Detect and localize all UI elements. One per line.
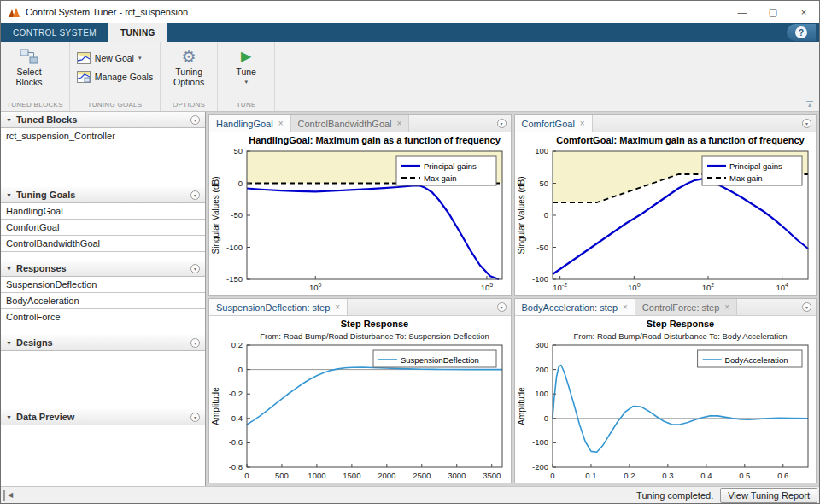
panel-body xyxy=(1,351,205,409)
svg-text:Singular Values (dB): Singular Values (dB) xyxy=(517,177,526,255)
svg-text:0: 0 xyxy=(238,179,243,188)
doc-tabbar: SuspensionDeflection: step × ▾ xyxy=(209,299,511,316)
document-bodyacceleration-step: BodyAcceleration: step × ControlForce: s… xyxy=(514,298,817,483)
svg-text:-0.6: -0.6 xyxy=(229,437,243,447)
svg-text:Principal gains: Principal gains xyxy=(424,161,477,171)
svg-text:Amplitude: Amplitude xyxy=(211,387,220,425)
doc-tab-controlforce-step[interactable]: ControlForce: step × xyxy=(636,299,737,315)
close-icon: × xyxy=(801,7,806,17)
svg-text:3000: 3000 xyxy=(448,471,466,480)
doc-tab-controlbandwidthgoal[interactable]: ControlBandwidthGoal × xyxy=(291,115,410,132)
list-item-rct-suspension-controller[interactable]: rct_suspension_Controller xyxy=(1,128,205,144)
status-message: Tuning completed. xyxy=(636,490,713,501)
svg-text:100: 100 xyxy=(535,389,548,398)
panel-body: rct_suspension_Controller xyxy=(1,128,205,187)
section-label: OPTIONS xyxy=(164,98,214,111)
svg-text:10-2: 10-2 xyxy=(553,282,567,292)
dropdown-icon: ▾ xyxy=(138,55,142,62)
list-item-controlbandwidthgoal[interactable]: ControlBandwidthGoal xyxy=(1,236,205,252)
ribbon-tab-tuning[interactable]: TUNING xyxy=(108,23,167,42)
svg-text:1000: 1000 xyxy=(308,471,325,480)
select-blocks-button[interactable]: Select Blocks xyxy=(4,44,54,98)
svg-text:-50: -50 xyxy=(536,243,548,252)
close-tab-icon[interactable]: × xyxy=(623,302,628,312)
close-button[interactable]: × xyxy=(788,1,819,23)
panel-actions-icon[interactable]: ▾ xyxy=(190,115,200,125)
section-label: TUNE xyxy=(221,98,271,111)
panel-header-tuned-blocks[interactable]: ▼ Tuned Blocks ▾ xyxy=(1,112,205,128)
list-item-suspensiondeflection[interactable]: SuspensionDeflection xyxy=(1,277,205,293)
collapse-arrow-icon: ▼ xyxy=(6,266,12,272)
list-item-comfortgoal[interactable]: ComfortGoal xyxy=(1,220,205,236)
doc-tab-bodyacceleration-step[interactable]: BodyAcceleration: step × xyxy=(515,299,636,315)
doc-actions-icon[interactable]: ▾ xyxy=(497,119,507,128)
manage-goals-button[interactable]: Manage Goals xyxy=(73,68,156,85)
svg-text:0: 0 xyxy=(238,365,243,374)
list-item-handlinggoal[interactable]: HandlingGoal xyxy=(1,203,205,220)
svg-text:Step Response: Step Response xyxy=(341,319,408,329)
close-tab-icon[interactable]: × xyxy=(397,119,402,128)
tuning-options-button[interactable]: ⚙ Tuning Options xyxy=(164,44,214,98)
tune-button[interactable]: ▶ Tune ▾ xyxy=(221,44,271,98)
panel-actions-icon[interactable]: ▾ xyxy=(190,338,200,348)
close-tab-icon[interactable]: × xyxy=(278,119,284,128)
svg-text:500: 500 xyxy=(275,471,289,480)
panel-header-responses[interactable]: ▼ Responses ▾ xyxy=(1,261,205,277)
doc-tab-label: SuspensionDeflection: step xyxy=(216,302,330,313)
svg-text:SuspensionDeflection: SuspensionDeflection xyxy=(401,355,479,365)
close-tab-icon[interactable]: × xyxy=(335,302,340,312)
collapse-toolstrip-button[interactable]: ▴ xyxy=(806,101,813,108)
doc-tab-comfortgoal[interactable]: ComfortGoal × xyxy=(515,115,593,132)
doc-actions-icon[interactable]: ▾ xyxy=(497,302,507,312)
figure-bodyacceleration-step: 00.10.20.30.40.50.63002001000-100-200Bod… xyxy=(515,316,817,483)
panel-header-tuning-goals[interactable]: ▼ Tuning Goals ▾ xyxy=(1,187,205,203)
svg-text:Singular Values (dB): Singular Values (dB) xyxy=(211,177,220,255)
section-label: TUNED BLOCKS xyxy=(4,98,66,111)
help-button[interactable]: ? xyxy=(787,24,816,41)
minimize-button[interactable]: — xyxy=(727,1,758,23)
panel-body: SuspensionDeflection BodyAcceleration Co… xyxy=(1,277,205,335)
svg-text:50: 50 xyxy=(539,179,548,188)
list-item-controlforce[interactable]: ControlForce xyxy=(1,309,205,325)
panel-header-designs[interactable]: ▼ Designs ▾ xyxy=(1,335,205,351)
doc-actions-icon[interactable]: ▾ xyxy=(802,119,811,128)
doc-tabbar: HandlingGoal × ControlBandwidthGoal × ▾ xyxy=(209,115,511,132)
splitter-handle[interactable] xyxy=(3,490,5,501)
ribbon-tab-control-system[interactable]: CONTROL SYSTEM xyxy=(1,23,108,42)
doc-tab-handlinggoal[interactable]: HandlingGoal × xyxy=(209,115,291,132)
list-item-bodyacceleration[interactable]: BodyAcceleration xyxy=(1,293,205,309)
statusbar-right: Tuning completed. View Tuning Report xyxy=(636,488,819,503)
doc-tab-suspensiondeflection-step[interactable]: SuspensionDeflection: step × xyxy=(209,299,348,315)
svg-text:0: 0 xyxy=(543,413,548,423)
panel-actions-icon[interactable]: ▾ xyxy=(190,413,200,422)
close-tab-icon[interactable]: × xyxy=(580,119,585,128)
panel-actions-icon[interactable]: ▾ xyxy=(190,264,200,273)
section-tune: ▶ Tune ▾ TUNE xyxy=(218,42,275,111)
document-comfortgoal: ComfortGoal × ▾ 10-2100102104100500-50-1… xyxy=(514,114,817,296)
doc-actions-icon[interactable]: ▾ xyxy=(802,302,811,312)
document-suspensiondeflection-step: SuspensionDeflection: step × ▾ 050010001… xyxy=(208,298,512,483)
panel-actions-icon[interactable]: ▾ xyxy=(190,190,200,200)
button-label: Tune xyxy=(236,67,256,78)
svg-text:0.6: 0.6 xyxy=(777,471,788,480)
svg-text:0: 0 xyxy=(543,210,548,220)
svg-text:From: Road Bump/Road Disturban: From: Road Bump/Road Disturbance To: Sus… xyxy=(260,331,489,341)
svg-text:104: 104 xyxy=(776,282,788,292)
close-tab-icon[interactable]: × xyxy=(724,302,729,312)
doc-tab-label: ComfortGoal xyxy=(522,119,575,129)
ribbon-toolbar: Select Blocks TUNED BLOCKS xyxy=(1,42,819,112)
panel-header-data-preview[interactable]: ▼ Data Preview ▾ xyxy=(1,409,205,425)
scroll-left-icon[interactable]: ◀ xyxy=(8,491,13,499)
svg-text:0.2: 0.2 xyxy=(624,471,635,480)
new-goal-button[interactable]: New Goal ▾ xyxy=(73,50,156,66)
svg-text:-0.4: -0.4 xyxy=(229,413,243,423)
section-tuned-blocks: Select Blocks TUNED BLOCKS xyxy=(1,42,70,111)
svg-text:-0.2: -0.2 xyxy=(229,389,243,398)
select-blocks-icon xyxy=(19,46,39,67)
maximize-button[interactable]: ▢ xyxy=(758,1,788,23)
statusbar-left: ◀ xyxy=(1,490,13,501)
svg-text:3500: 3500 xyxy=(483,471,501,480)
view-tuning-report-button[interactable]: View Tuning Report xyxy=(720,488,817,503)
svg-text:-150: -150 xyxy=(226,274,243,284)
svg-text:50: 50 xyxy=(233,146,243,155)
